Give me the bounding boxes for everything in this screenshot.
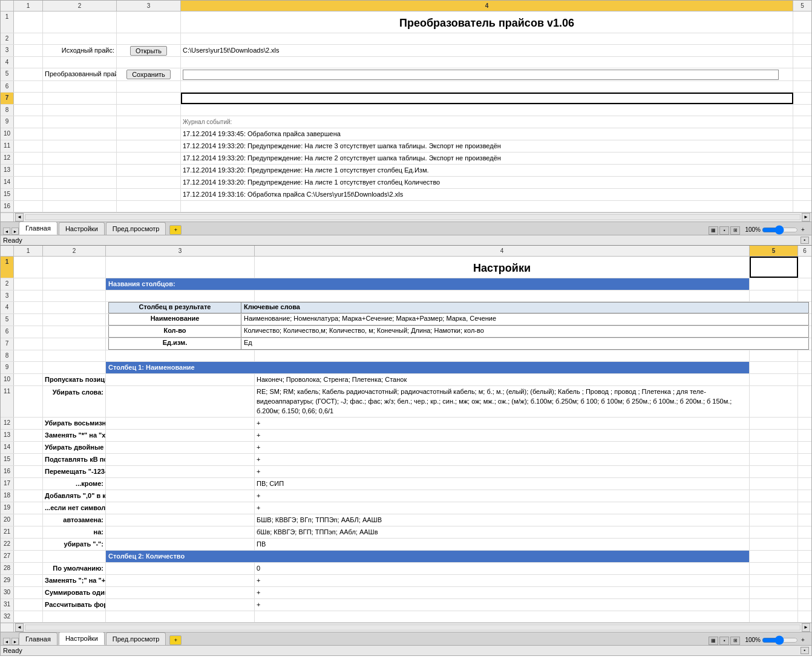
top-zoom-slider[interactable]: [762, 226, 798, 234]
source-path: C:\Users\yur15t\Downloads\2.xls: [183, 47, 280, 54]
bot-row-13: 13 Заменять "*" на "х": +: [1, 430, 811, 442]
top-cell-1-1: [14, 11, 43, 33]
bot-tab-main[interactable]: Главная: [19, 632, 57, 645]
top-rownum-5: 5: [1, 68, 14, 80]
top-cell-9-2: [43, 116, 117, 128]
bot-inner-5-col1: Наименование: [108, 314, 241, 326]
bot-cell-17-6: [798, 478, 811, 490]
bot-cell-16-3: [106, 466, 255, 477]
bot-row-10: 10 Пропускать позиции со словами: Наконе…: [1, 374, 811, 386]
top-cell-4-4: [181, 57, 793, 68]
bot-cell-13-3: [106, 430, 255, 441]
bot-val-16: +: [255, 466, 750, 477]
open-button[interactable]: Открыть: [130, 46, 167, 56]
bot-row-11: 11 Убирать слова: RE; SM; RM; кабель; Ка…: [1, 386, 811, 418]
bot-zoom-plus[interactable]: +: [799, 637, 807, 645]
bot-cell-31-6: [798, 599, 811, 611]
bot-cell-29-5: [750, 575, 798, 586]
bot-cell-19-5: [750, 502, 798, 514]
top-view-page[interactable]: ▪: [719, 226, 729, 235]
bot-rownum-11: 11: [1, 386, 14, 417]
top-cell-4-3: [117, 57, 181, 68]
top-row-9: 9 Журнал событий:: [1, 116, 811, 128]
bot-cell-8-2: [43, 350, 106, 361]
bot-tab-next[interactable]: ►: [11, 638, 19, 645]
bot-scroll-bar[interactable]: [25, 624, 801, 631]
top-cell-4-2: [43, 57, 117, 68]
bot-cell-10-1: [14, 374, 43, 385]
top-view-controls: ▦ ▪ ⊞ 100% +: [709, 226, 809, 235]
top-tab-next[interactable]: ►: [11, 228, 19, 235]
top-view-break[interactable]: ⊞: [730, 226, 740, 235]
bot-view-normal[interactable]: ▦: [709, 637, 718, 645]
bot-zoom-slider[interactable]: [762, 637, 798, 644]
converted-path-input[interactable]: [183, 70, 779, 80]
bot-section-9: Столбец 1: Наименование: [106, 362, 750, 373]
bot-rownum-16: 16: [1, 466, 14, 477]
top-cell-11-5: [793, 140, 811, 152]
bot-cell-1-6: [798, 257, 811, 278]
bot-view-break[interactable]: ⊞: [730, 637, 740, 645]
top-tab-main[interactable]: Главная: [19, 221, 57, 235]
bot-cell-2-2: [43, 278, 106, 290]
bot-header-5: 5: [750, 246, 798, 256]
top-view-normal[interactable]: ▦: [709, 226, 718, 235]
bot-view-page[interactable]: ▪: [719, 637, 729, 645]
top-status-btn[interactable]: ▪: [801, 237, 809, 244]
bot-cell-30-1: [14, 587, 43, 598]
top-scroll-track[interactable]: ◄ ►: [14, 213, 811, 221]
top-rownum-11: 11: [1, 140, 14, 152]
top-cell-13-5: [793, 165, 811, 176]
bot-tab-settings[interactable]: Настройки: [59, 632, 105, 645]
bot-label-31: Рассчитывать формулы:: [43, 599, 106, 611]
bot-label-28: По умолчанию:: [43, 563, 106, 574]
bot-cell-32-1: [14, 611, 43, 622]
bot-scroll-right[interactable]: ►: [802, 623, 810, 632]
top-cell-9-5: [793, 116, 811, 128]
bot-label-22: убирать "-":: [43, 539, 106, 550]
bot-tab-preview[interactable]: Пред.просмотр: [106, 632, 166, 645]
top-cell-1-3: [117, 11, 181, 33]
bot-cell-16-5: [750, 466, 798, 477]
bot-cell-22-5: [750, 539, 798, 550]
top-zoom-plus[interactable]: +: [799, 226, 807, 235]
top-tab-preview[interactable]: Пред.просмотр: [106, 222, 166, 235]
bot-scroll-track[interactable]: ◄ ►: [14, 623, 811, 632]
top-cell-7-3: [117, 93, 181, 104]
bot-status-btn[interactable]: ▪: [801, 647, 809, 654]
bot-header-3: 3: [106, 246, 255, 256]
top-tab-add[interactable]: +: [169, 225, 182, 235]
top-tab-prev[interactable]: ◄: [3, 228, 10, 235]
top-rownum-12: 12: [1, 152, 14, 164]
bot-cell-27-5: [750, 551, 798, 562]
bot-cell-14-1: [14, 442, 43, 453]
top-cell-7-2: [43, 93, 117, 104]
bot-zoom-label: 100%: [745, 637, 761, 645]
bot-row-28: 28 По умолчанию: 0: [1, 563, 811, 575]
save-button[interactable]: Сохранить: [126, 70, 171, 79]
bot-tab-add[interactable]: +: [169, 635, 182, 645]
top-cell-7-4[interactable]: [181, 93, 793, 104]
bot-cell-15-1: [14, 454, 43, 465]
bot-row-29: 29 Заменять ";" на "+": +: [1, 575, 811, 587]
top-scroll-right[interactable]: ►: [802, 213, 810, 221]
bot-status-bar: Ready ▪: [1, 645, 811, 655]
top-tab-settings[interactable]: Настройки: [59, 222, 105, 235]
top-rownum-3: 3: [1, 45, 14, 56]
top-scroll-left[interactable]: ◄: [15, 213, 24, 221]
bot-cell-11-3: [106, 386, 255, 417]
bot-header-4: 4: [255, 246, 750, 256]
bot-val-31: +: [255, 599, 750, 611]
top-cell-2-3: [117, 33, 181, 44]
top-row-7: 7: [1, 93, 811, 105]
top-scroll-bar[interactable]: [25, 214, 801, 220]
bot-tab-prev[interactable]: ◄: [3, 638, 10, 645]
top-cell-10-5: [793, 128, 811, 140]
top-log-15: 17.12.2014 19:33:16: Обработка прайса С:…: [181, 189, 793, 200]
bottom-sheet: 1 2 3 4 5 6 1 Настройки 2 Названия столб…: [0, 245, 812, 656]
bot-cell-4-1: [14, 302, 43, 313]
bot-scroll-left[interactable]: ◄: [15, 623, 24, 632]
bot-inner-row-5: Наименование Наименование; Номенклатура;…: [106, 314, 811, 326]
bot-cell-14-3: [106, 442, 255, 453]
bot-val-12: +: [255, 418, 750, 429]
